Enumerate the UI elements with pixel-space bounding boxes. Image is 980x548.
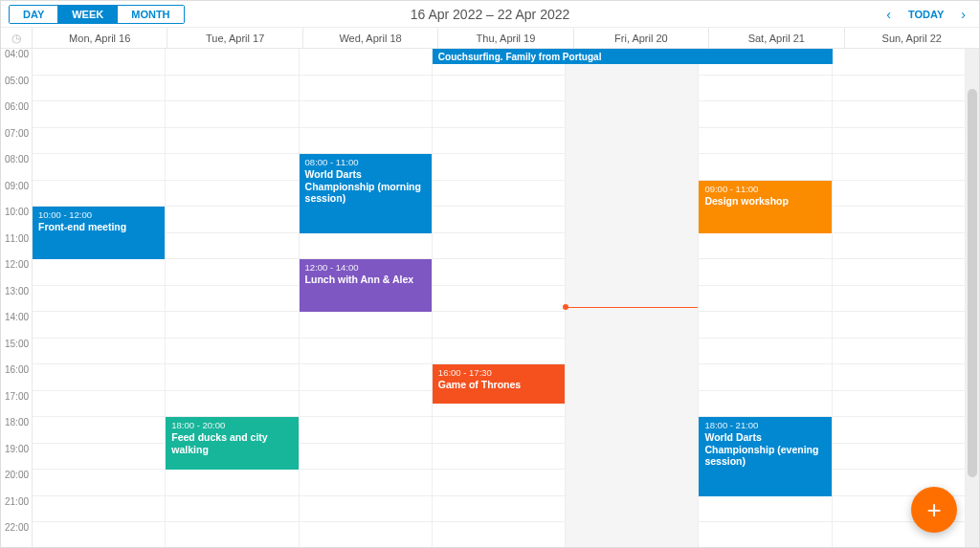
calendar-app: DAY WEEK MONTH 16 Apr 2022 – 22 Apr 2022… — [0, 0, 980, 548]
day-header[interactable]: Thu, April 19 — [438, 28, 573, 48]
hour-label: 11:00 — [1, 233, 32, 260]
event-title: World Darts Championship (morning sessio… — [305, 168, 426, 205]
event-time: 18:00 - 21:00 — [704, 420, 825, 430]
hour-label: 22:00 — [1, 522, 32, 547]
calendar-event[interactable]: 09:00 - 11:00Design workshop — [699, 181, 831, 233]
time-column: 04:0005:0006:0007:0008:0009:0010:0011:00… — [1, 49, 33, 547]
day-column[interactable]: 18:00 - 20:00Feed ducks and city walking — [166, 49, 299, 547]
day-column[interactable]: 08:00 - 11:00World Darts Championship (m… — [300, 49, 433, 547]
day-header[interactable]: Sat, April 21 — [709, 28, 844, 48]
scrollbar-thumb[interactable] — [968, 89, 977, 477]
day-header[interactable]: Sun, April 22 — [845, 28, 979, 48]
hour-label: 21:00 — [1, 496, 32, 523]
hour-label: 16:00 — [1, 364, 32, 391]
hour-label: 18:00 — [1, 417, 32, 444]
event-time: 09:00 - 11:00 — [704, 184, 825, 194]
now-indicator — [566, 307, 698, 308]
hour-label: 13:00 — [1, 286, 32, 313]
view-day-button[interactable]: DAY — [10, 6, 58, 23]
hour-label: 17:00 — [1, 391, 32, 418]
day-header[interactable]: Tue, April 17 — [167, 28, 302, 48]
clock-icon: ◷ — [1, 28, 33, 48]
calendar-event[interactable]: 18:00 - 21:00World Darts Championship (e… — [699, 417, 831, 496]
day-header[interactable]: Wed, April 18 — [303, 28, 438, 48]
calendar-event[interactable]: 18:00 - 20:00Feed ducks and city walking — [166, 417, 298, 470]
next-button[interactable]: › — [955, 5, 971, 24]
day-column[interactable]: 16:00 - 17:30Game of Thrones — [433, 49, 566, 547]
today-button[interactable]: TODAY — [908, 9, 944, 20]
event-title: Lunch with Ann & Alex — [305, 274, 426, 286]
calendar-body: 04:0005:0006:0007:0008:0009:0010:0011:00… — [1, 49, 979, 547]
vertical-scrollbar[interactable] — [966, 49, 979, 547]
hour-label: 05:00 — [1, 76, 32, 102]
add-event-fab[interactable]: + — [911, 487, 957, 533]
hour-label: 07:00 — [1, 128, 32, 155]
hour-label: 06:00 — [1, 101, 32, 128]
day-header[interactable]: Fri, April 20 — [574, 28, 709, 48]
hour-label: 19:00 — [1, 444, 32, 471]
event-time: 10:00 - 12:00 — [38, 209, 159, 220]
calendar-event[interactable]: 08:00 - 11:00World Darts Championship (m… — [300, 154, 432, 233]
allday-event[interactable]: Couchsurfing. Family from Portugal — [433, 49, 833, 64]
day-column[interactable]: 09:00 - 11:00Design workshop18:00 - 21:0… — [699, 49, 832, 547]
event-time: 08:00 - 11:00 — [305, 157, 426, 167]
hour-label: 12:00 — [1, 259, 32, 286]
day-column[interactable]: 10:00 - 12:00Front-end meeting — [33, 49, 166, 547]
hour-label: 14:00 — [1, 312, 32, 339]
day-column[interactable] — [833, 49, 966, 547]
day-column[interactable] — [566, 49, 699, 547]
event-title: Design workshop — [704, 195, 825, 208]
week-grid[interactable]: 10:00 - 12:00Front-end meeting18:00 - 20… — [33, 49, 966, 547]
event-time: 12:00 - 14:00 — [305, 262, 426, 273]
hour-label: 15:00 — [1, 339, 32, 365]
hour-label: 08:00 — [1, 154, 32, 181]
hour-label: 04:00 — [1, 49, 32, 76]
view-month-button[interactable]: MONTH — [118, 6, 183, 23]
event-title: Game of Thrones — [438, 379, 559, 391]
prev-button[interactable]: ‹ — [880, 5, 897, 24]
hour-label: 09:00 — [1, 181, 32, 208]
event-title: Front-end meeting — [38, 221, 159, 233]
calendar-event[interactable]: 16:00 - 17:30Game of Thrones — [433, 364, 565, 404]
nav-group: ‹ TODAY › — [880, 5, 971, 24]
day-headers: ◷ Mon, April 16Tue, April 17Wed, April 1… — [1, 28, 979, 49]
hour-label: 20:00 — [1, 470, 32, 496]
event-title: World Darts Championship (evening sessio… — [704, 431, 825, 468]
hour-label: 10:00 — [1, 207, 32, 233]
event-time: 16:00 - 17:30 — [438, 367, 559, 378]
day-header[interactable]: Mon, April 16 — [33, 28, 167, 48]
calendar-event[interactable]: 12:00 - 14:00Lunch with Ann & Alex — [300, 259, 432, 312]
view-week-button[interactable]: WEEK — [58, 6, 118, 23]
calendar-event[interactable]: 10:00 - 12:00Front-end meeting — [33, 207, 165, 259]
view-switcher: DAY WEEK MONTH — [9, 5, 185, 24]
toolbar: DAY WEEK MONTH 16 Apr 2022 – 22 Apr 2022… — [1, 1, 979, 28]
day-columns: 10:00 - 12:00Front-end meeting18:00 - 20… — [33, 49, 966, 547]
event-time: 18:00 - 20:00 — [171, 420, 292, 430]
event-title: Feed ducks and city walking — [171, 431, 292, 455]
